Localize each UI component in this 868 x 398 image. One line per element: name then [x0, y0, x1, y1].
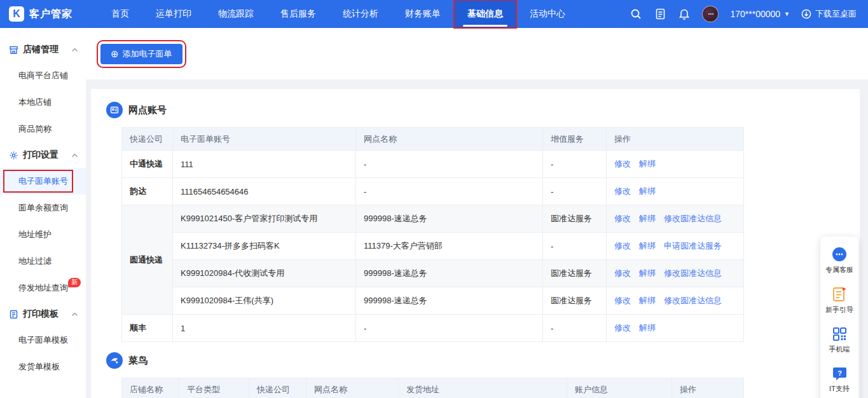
sidebar-item[interactable]: 停发地址查询新 — [0, 275, 86, 301]
courier-company-cell: 圆通快递 — [122, 205, 173, 315]
document-icon[interactable] — [654, 8, 666, 20]
cainiao-table: 店铺名称平台类型快递公司网点名称发货地址账户信息操作 — [121, 378, 744, 398]
action-link[interactable]: 修改圆准达信息 — [664, 214, 722, 223]
cainiao-section-header: 菜鸟 — [106, 352, 844, 369]
account-menu[interactable]: 170***00000 ▼ — [730, 9, 790, 19]
nav-tab-3[interactable]: 售后服务 — [267, 0, 329, 28]
nav-tab-4[interactable]: 统计分析 — [329, 0, 392, 28]
download-icon — [801, 9, 811, 19]
sidebar-item[interactable]: 电子面单模板 — [0, 327, 86, 353]
sidebar-group-label: 打印设置 — [23, 149, 59, 161]
chevron-up-icon[interactable] — [71, 48, 78, 52]
courier-company-cell: 韵达 — [122, 178, 173, 205]
column-header: 发货地址 — [399, 378, 567, 398]
nav-tab-1[interactable]: 运单打印 — [142, 0, 205, 28]
chevron-down-icon: ▼ — [784, 11, 790, 17]
action-link[interactable]: 修改 — [614, 186, 631, 196]
app-logo: K 客户管家 — [9, 6, 90, 22]
actions-cell: 修改解绑修改圆准达信息 — [607, 260, 744, 287]
sidebar-item[interactable]: 商品简称 — [0, 116, 86, 142]
sidebar-group-2[interactable]: 打印模板 — [0, 301, 86, 327]
column-header: 电子面单账号 — [173, 128, 356, 151]
sidebar-group-0[interactable]: 店铺管理 — [0, 37, 86, 62]
action-link[interactable]: 修改 — [614, 296, 631, 305]
actions-cell: 修改解绑修改圆准达信息 — [607, 205, 744, 233]
avatar[interactable] — [702, 6, 719, 22]
action-link[interactable]: 修改 — [614, 159, 631, 168]
action-link[interactable]: 修改 — [614, 323, 631, 333]
topbar-right: 170***00000 ▼ 下载至桌面 — [630, 6, 857, 22]
nav-tab-6[interactable]: 基础信息 — [454, 0, 516, 28]
ewaybill-account-cell: K9991021450-客户管家打印测试专用 — [173, 205, 356, 233]
value-added-service-cell: 圆准达服务 — [543, 287, 607, 315]
helper-item-it-support[interactable]: ?IT支持 — [820, 360, 858, 398]
nav-tab-2[interactable]: 物流跟踪 — [205, 0, 267, 28]
helper-item-guide[interactable]: 新手引导 — [820, 280, 858, 320]
column-header: 快递公司 — [249, 378, 307, 398]
shop-icon — [9, 45, 18, 55]
table-row: K9991020984-代收测试专用999998-速递总务圆准达服务修改解绑修改… — [122, 260, 744, 287]
column-header: 店铺名称 — [122, 378, 179, 398]
sidebar-item[interactable]: 电子面单账号 — [0, 168, 86, 195]
table-row: 中通快递111--修改解绑 — [122, 151, 744, 178]
main-content: ⊕ 添加电子面单 网点账号 快递公司电子面单账号网点名称增值服务操作 中通快递1… — [86, 28, 868, 398]
helper-item-customer-service[interactable]: 专属客服 — [820, 240, 858, 280]
search-icon[interactable] — [630, 8, 642, 20]
site-name-cell: - — [356, 178, 543, 205]
site-table-body: 中通快递111--修改解绑韵达111654654654646--修改解绑圆通快递… — [122, 151, 744, 342]
table-row: K11132734-拼多多扫码客K111379-大客户营销部-修改解绑申请圆准达… — [122, 233, 744, 260]
action-link[interactable]: 解绑 — [639, 186, 656, 196]
action-link[interactable]: 解绑 — [639, 241, 656, 250]
topbar: K 客户管家 首页运单打印物流跟踪售后服务统计分析财务账单基础信息活动中心 17… — [0, 0, 868, 28]
action-link[interactable]: 修改 — [614, 268, 631, 278]
sidebar-item[interactable]: 地址过滤 — [0, 248, 86, 275]
sidebar-item[interactable]: 地址维护 — [0, 221, 86, 248]
helper-item-label: 专属客服 — [825, 265, 853, 275]
guide-icon — [832, 286, 847, 303]
mobile-icon — [832, 326, 848, 342]
bell-icon[interactable] — [678, 8, 691, 20]
courier-company-cell: 中通快递 — [122, 151, 173, 178]
column-header: 操作 — [672, 378, 744, 398]
table-row: 韵达111654654654646--修改解绑 — [122, 178, 744, 205]
action-link[interactable]: 修改 — [614, 214, 631, 223]
sidebar-group-1[interactable]: 打印设置 — [0, 142, 86, 168]
action-link[interactable]: 解绑 — [639, 268, 656, 278]
sidebar-item[interactable]: 本地店铺 — [0, 89, 86, 116]
actions-cell: 修改解绑 — [607, 315, 744, 342]
nav-tab-0[interactable]: 首页 — [98, 0, 142, 28]
cainiao-icon — [106, 352, 123, 369]
sidebar-item[interactable]: 发货单模板 — [0, 353, 86, 380]
it-support-icon: ? — [832, 366, 848, 381]
gear-icon — [9, 151, 18, 160]
site-name-cell: - — [356, 151, 543, 178]
action-link[interactable]: 申请圆准达服务 — [664, 241, 722, 250]
action-link[interactable]: 解绑 — [639, 214, 656, 223]
actions-cell: 修改解绑 — [607, 178, 744, 205]
action-link[interactable]: 修改圆准达信息 — [664, 296, 722, 305]
action-link[interactable]: 解绑 — [639, 296, 656, 305]
value-added-service-cell: - — [543, 151, 607, 178]
table-row: K9991020984-王伟(共享)999998-速递总务圆准达服务修改解绑修改… — [122, 287, 744, 315]
actions-cell: 修改解绑 — [607, 151, 744, 178]
sidebar-item[interactable]: 电商平台店铺 — [0, 62, 86, 89]
nav-tab-7[interactable]: 活动中心 — [516, 0, 579, 28]
table-row: 圆通快递K9991021450-客户管家打印测试专用999998-速递总务圆准达… — [122, 205, 744, 233]
site-table-header-row: 快递公司电子面单账号网点名称增值服务操作 — [122, 128, 744, 151]
app-title: 客户管家 — [29, 8, 72, 21]
chevron-up-icon[interactable] — [71, 312, 78, 317]
action-link[interactable]: 修改 — [614, 241, 631, 250]
helper-item-mobile[interactable]: 手机端 — [820, 320, 858, 360]
site-name-cell: 999998-速递总务 — [356, 287, 543, 315]
download-desktop-button[interactable]: 下载至桌面 — [801, 8, 857, 20]
ewaybill-account-cell: 111 — [173, 151, 356, 178]
action-link[interactable]: 修改圆准达信息 — [664, 268, 722, 278]
column-header: 平台类型 — [179, 378, 249, 398]
action-link[interactable]: 解绑 — [639, 159, 656, 168]
action-link[interactable]: 解绑 — [639, 323, 656, 333]
chevron-up-icon[interactable] — [71, 153, 78, 158]
add-ewaybill-button[interactable]: ⊕ 添加电子面单 — [100, 44, 183, 64]
sidebar-item[interactable]: 面单余额查询 — [0, 195, 86, 221]
nav-tab-5[interactable]: 财务账单 — [392, 0, 454, 28]
column-header: 网点名称 — [307, 378, 399, 398]
